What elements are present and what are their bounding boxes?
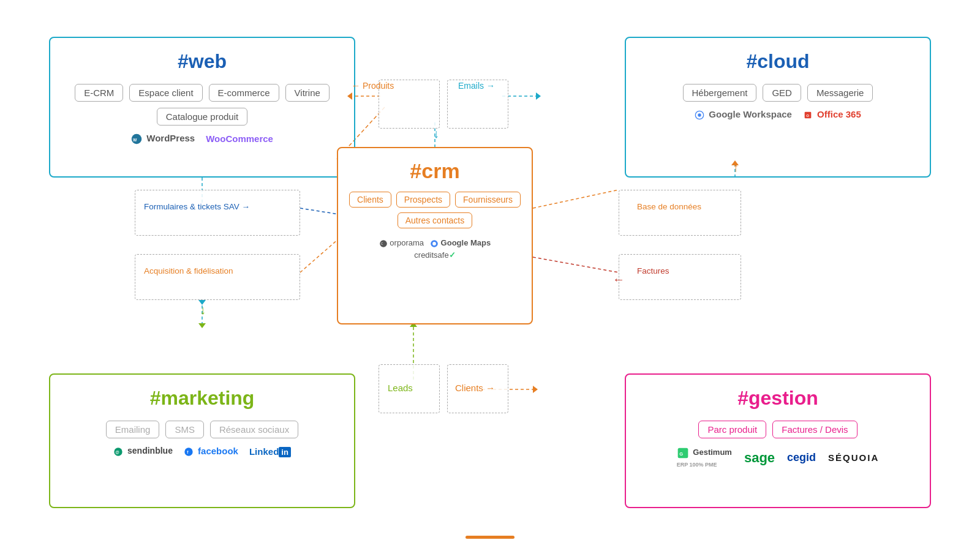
cegid-logo: cegid — [787, 451, 816, 464]
cloud-logos: Google Workspace O Office 365 — [641, 109, 915, 120]
gestion-logos: G GestimumERP 100% PME sage cegid SÉQUOI… — [641, 447, 915, 468]
clients-bottom-label: Clients → — [455, 383, 495, 393]
emails-label: Emails → — [458, 81, 495, 91]
sequoia-logo: SÉQUOIA — [828, 452, 879, 463]
tag-espace-client: Espace client — [129, 84, 202, 102]
tag-hebergement: Hébergement — [683, 84, 757, 102]
bottom-bar — [466, 536, 514, 539]
marketing-quadrant: #marketing Emailing SMS Réseaux sociaux … — [49, 373, 355, 508]
svg-text:G: G — [679, 451, 683, 457]
gestimum-logo: G GestimumERP 100% PME — [677, 447, 732, 468]
base-donnees-label: Base de données — [637, 202, 701, 211]
tag-ged: GED — [763, 84, 801, 102]
google-workspace-logo: Google Workspace — [695, 109, 792, 120]
svg-line-6 — [533, 257, 619, 272]
tag-sms: SMS — [165, 421, 204, 438]
tag-emailing: Emailing — [106, 421, 160, 438]
down-arrow-top: ↓ — [433, 127, 439, 141]
crm-box: #crm Clients Prospects Fournisseurs Autr… — [337, 147, 533, 324]
sage-logo: sage — [744, 450, 775, 466]
svg-point-39 — [432, 242, 436, 246]
down-arrow-left: ↓ — [200, 303, 206, 317]
creditsafe-logo: creditsafe✓ — [414, 250, 455, 260]
svg-marker-21 — [536, 92, 541, 100]
sendinblue-logo: @ sendinblue — [113, 446, 173, 456]
svg-text:@: @ — [115, 450, 119, 454]
up-arrow-cloud: ↑ — [733, 160, 739, 174]
tag-prospects: Prospects — [396, 192, 450, 208]
svg-line-2 — [300, 208, 339, 214]
svg-text:O: O — [806, 114, 809, 118]
tag-fournisseurs: Fournisseurs — [455, 192, 521, 208]
crm-tags: Clients Prospects Fournisseurs Autres co… — [348, 192, 522, 228]
facebook-logo: f facebook — [184, 446, 238, 457]
tag-clients: Clients — [349, 192, 391, 208]
gestion-tags: Parc produit Factures / Devis — [641, 421, 915, 438]
web-logos: W WordPress WooCommerce — [65, 133, 339, 144]
leads-label: Leads — [388, 383, 413, 393]
corporama-logo: C orporama — [379, 238, 424, 248]
svg-point-27 — [698, 113, 701, 116]
tag-parc: Parc produit — [698, 421, 766, 438]
woocommerce-logo: WooCommerce — [206, 133, 273, 144]
gestion-title: #gestion — [641, 387, 915, 410]
svg-marker-11 — [533, 386, 538, 393]
svg-text:W: W — [133, 138, 137, 142]
marketing-logos: @ sendinblue f facebook Linkedin — [65, 446, 339, 457]
base-donnees-dashed-box — [619, 190, 741, 236]
google-maps-logo: Google Maps — [430, 238, 491, 248]
tag-catalogue: Catalogue produit — [157, 108, 247, 126]
produits-label: ← Produits — [352, 81, 394, 91]
linkedin-logo: Linkedin — [249, 446, 291, 457]
web-quadrant: #web E-CRM Espace client E-commerce Vitr… — [49, 37, 355, 178]
tag-messagerie: Messagerie — [807, 84, 873, 102]
gestion-quadrant: #gestion Parc produit Factures / Devis G… — [625, 373, 931, 508]
tag-factures-devis: Factures / Devis — [772, 421, 857, 438]
factures-label: Factures — [637, 266, 669, 276]
marketing-title: #marketing — [65, 387, 339, 410]
web-tags: E-CRM Espace client E-commerce Vitrine C… — [65, 84, 339, 126]
svg-line-4 — [300, 239, 339, 272]
cloud-tags: Hébergement GED Messagerie — [641, 84, 915, 102]
left-arrow-factures: ← — [612, 272, 625, 287]
formulaires-dashed-box — [135, 190, 300, 236]
crm-logos: C orporama Google Maps — [379, 238, 491, 248]
svg-line-5 — [533, 190, 619, 208]
formulaires-label: Formulaires & tickets SAV → — [144, 202, 250, 211]
acquisition-label: Acquisition & fidélisation — [144, 266, 233, 276]
diagram-container: #web E-CRM Espace client E-commerce Vitr… — [0, 0, 980, 551]
wordpress-logo: W WordPress — [131, 133, 195, 144]
acquisition-dashed-box — [135, 254, 300, 300]
svg-point-32 — [184, 448, 192, 455]
factures-dashed-box — [619, 254, 741, 300]
office365-logo: O Office 365 — [803, 109, 861, 120]
tag-ecrm: E-CRM — [75, 84, 123, 102]
web-title: #web — [65, 50, 339, 73]
cloud-title: #cloud — [641, 50, 915, 73]
tag-reseaux: Réseaux sociaux — [210, 421, 298, 438]
cloud-quadrant: #cloud Hébergement GED Messagerie Google… — [625, 37, 931, 178]
tag-vitrine: Vitrine — [285, 84, 330, 102]
crm-logos-2: creditsafe✓ — [414, 250, 455, 260]
tag-ecommerce: E-commerce — [209, 84, 279, 102]
svg-marker-15 — [198, 323, 206, 328]
marketing-tags: Emailing SMS Réseaux sociaux — [65, 421, 339, 438]
tag-autres-contacts: Autres contacts — [398, 212, 473, 228]
crm-title: #crm — [410, 159, 459, 183]
